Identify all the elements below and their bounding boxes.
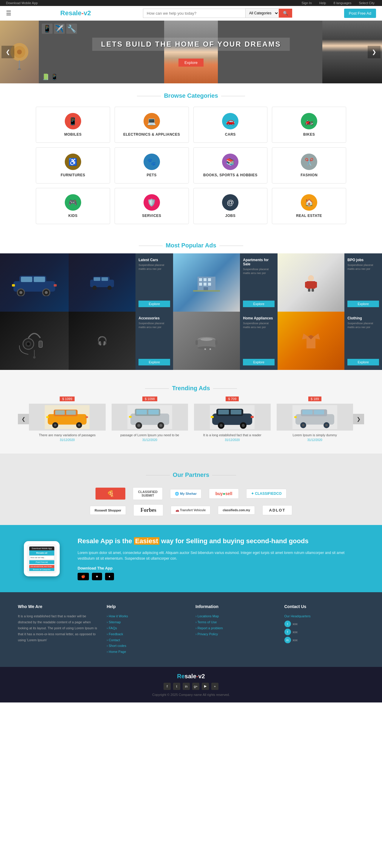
apple-download-button[interactable]: 🍎 xyxy=(78,573,89,580)
download-app-link[interactable]: Download Mobile App xyxy=(6,1,38,5)
svg-point-69 xyxy=(137,424,140,427)
search-bar: All Categories 🔍 xyxy=(143,8,292,18)
help-link-sitemap[interactable]: › Sitemap xyxy=(107,620,121,624)
footer-help-item-2: › FAQs xyxy=(107,625,187,631)
category-fashion[interactable]: ✂️ FASHION xyxy=(272,147,346,183)
ad-appliances-title: Home Appliances xyxy=(243,316,275,320)
android-download-button[interactable]: ★ xyxy=(92,573,102,580)
browse-categories-section: Browse Categories 📱 MOBILES 💻 ELECTRONIC… xyxy=(0,83,382,233)
select-city-link[interactable]: Select City xyxy=(359,1,375,5)
category-jobs[interactable]: @ JOBS xyxy=(194,188,268,224)
car-thumb-svg xyxy=(89,274,115,291)
search-button[interactable]: 🔍 xyxy=(279,9,292,18)
footer-social-twitter[interactable]: t xyxy=(173,683,180,690)
info-link-terms[interactable]: › Terms of Use xyxy=(196,620,217,624)
svg-rect-24 xyxy=(208,278,211,281)
hero-next-arrow[interactable]: ❯ xyxy=(368,46,381,58)
help-link-short-codes[interactable]: › Short codes xyxy=(107,644,126,648)
hero-prev-arrow[interactable]: ❮ xyxy=(1,46,14,58)
trend-date-1: 31/12/2020 xyxy=(112,438,188,442)
svg-rect-88 xyxy=(314,410,324,414)
help-link-feedback[interactable]: › Feedback xyxy=(107,632,123,636)
footer-info-links: › Locations Map › Terms of Use › Report … xyxy=(196,613,275,637)
ad-apartments-text: Apartments for Sale Suspendisse placerat… xyxy=(240,253,278,312)
signin-link[interactable]: Sign In xyxy=(302,1,312,5)
help-link-contact[interactable]: › Contact xyxy=(107,638,120,642)
trending-prev-arrow[interactable]: ❮ xyxy=(18,414,29,424)
svg-point-4 xyxy=(18,68,21,70)
category-services[interactable]: 🛡️ SERVICES xyxy=(114,188,189,224)
trending-next-arrow[interactable]: ❯ xyxy=(353,414,364,424)
trend-price-1: $ 1098 xyxy=(142,397,157,401)
svg-rect-33 xyxy=(314,282,317,288)
post-free-ad-button[interactable]: Post Free Ad xyxy=(344,9,376,18)
ad-apartments-explore-button[interactable]: Explore xyxy=(243,301,275,307)
bikes-label: BIKES xyxy=(275,132,343,136)
building-svg xyxy=(193,274,220,291)
footer-logo-sale: sale xyxy=(185,673,196,679)
app-phone-mockup: Download Mobile App Resale-v2 How can we… xyxy=(24,541,60,577)
partner-my-shehar: 🌐 My Shehar xyxy=(170,489,202,498)
popular-title: Most Popular Ads xyxy=(166,242,216,249)
popular-ad-clothing: Clothing Suspendisse placerat mattis arc… xyxy=(278,312,382,370)
popular-main-accessories-image xyxy=(0,312,69,370)
search-input[interactable] xyxy=(143,9,245,18)
help-link-faqs[interactable]: › FAQs xyxy=(107,626,117,630)
svg-point-44 xyxy=(198,346,215,349)
languages-link[interactable]: 8 languages xyxy=(333,1,351,5)
partner-adlot: ADLOT xyxy=(262,505,292,515)
category-realestate[interactable]: 🏠 REAL ESTATE xyxy=(272,188,346,224)
popular-ads-row2: 🎧 Accessories Suspendisse placerat matti… xyxy=(0,312,382,370)
footer-social-googleplus[interactable]: g+ xyxy=(192,683,199,690)
category-bikes[interactable]: 🏍️ BIKES xyxy=(272,107,346,143)
info-link-locations[interactable]: › Locations Map xyxy=(196,614,219,618)
footer-social-gplus2[interactable]: + xyxy=(211,683,218,690)
footer-social-youtube[interactable]: ▶ xyxy=(202,683,209,690)
svg-point-12 xyxy=(45,291,48,294)
category-books[interactable]: 📚 BOOKS, SPORTS & HOBBIES xyxy=(194,147,268,183)
footer-social-linkedin[interactable]: in xyxy=(183,683,190,690)
popular-ad-latest-cars: Latest Cars Suspendisse placerat mattis … xyxy=(69,253,173,312)
popular-ad-home-appliances: Home Appliances Suspendisse placerat mat… xyxy=(173,312,278,370)
svg-rect-67 xyxy=(148,410,159,414)
category-pets[interactable]: 🐾 PETS xyxy=(114,147,189,183)
svg-rect-8 xyxy=(34,277,45,282)
category-furnitures[interactable]: ♿ FURNITURES xyxy=(36,147,110,183)
footer-bottom-social: f t in g+ ▶ + xyxy=(6,683,376,690)
contact-facebook-text: xxx xyxy=(293,630,298,634)
trending-item-3: $ 189 Lorem Ipsum is s xyxy=(277,396,353,442)
help-link-home-page[interactable]: › Home Page xyxy=(107,650,126,653)
trend-car-svg-2 xyxy=(210,405,254,429)
svg-rect-76 xyxy=(218,410,229,414)
category-mobiles[interactable]: 📱 MOBILES xyxy=(36,107,110,143)
popular-ad-bpo-jobs: BPO jobs Suspendisse placerat mattis arc… xyxy=(278,253,382,312)
ad-clothing-explore-button[interactable]: Explore xyxy=(347,359,379,365)
footer-social-facebook[interactable]: f xyxy=(164,683,171,690)
category-electronics[interactable]: 💻 ELECTRONICS & APPLIANCES xyxy=(114,107,189,143)
other-download-button[interactable]: ♦ xyxy=(105,573,114,580)
info-link-report[interactable]: › Report a problem xyxy=(196,626,223,630)
logo-v2: v2 xyxy=(83,9,91,17)
headphone-svg xyxy=(10,323,58,359)
svg-point-19 xyxy=(93,286,97,290)
footer-who-title: Who We Are xyxy=(18,604,98,609)
category-cars[interactable]: 🚗 CARS xyxy=(194,107,268,143)
ad-bpo-explore-button[interactable]: Explore xyxy=(347,301,379,307)
help-link-how-it-works[interactable]: › How it Works xyxy=(107,614,128,618)
footer-info-item-0: › Locations Map xyxy=(196,613,275,619)
popular-main-car-image xyxy=(0,253,69,312)
top-bar: Download Mobile App Sign In Help 8 langu… xyxy=(0,0,382,6)
ad-cars-explore-button[interactable]: Explore xyxy=(138,301,170,307)
ad-accessories-explore-button[interactable]: Explore xyxy=(138,359,170,365)
svg-rect-72 xyxy=(129,416,132,418)
menu-icon[interactable]: ☰ xyxy=(6,9,11,17)
logo: Resale-v2 xyxy=(60,9,91,17)
ad-appliances-explore-button[interactable]: Explore xyxy=(243,359,275,365)
contact-hq-link[interactable]: Our Headquarters xyxy=(284,614,311,618)
info-link-privacy[interactable]: › Privacy Policy xyxy=(196,632,218,636)
category-select[interactable]: All Categories xyxy=(245,8,279,18)
help-link[interactable]: Help xyxy=(319,1,326,5)
hero-explore-button[interactable]: Explore xyxy=(178,59,204,67)
category-kids[interactable]: 🎮 KIDS xyxy=(36,188,110,224)
popular-ad-accessories: 🎧 Accessories Suspendisse placerat matti… xyxy=(69,312,173,370)
